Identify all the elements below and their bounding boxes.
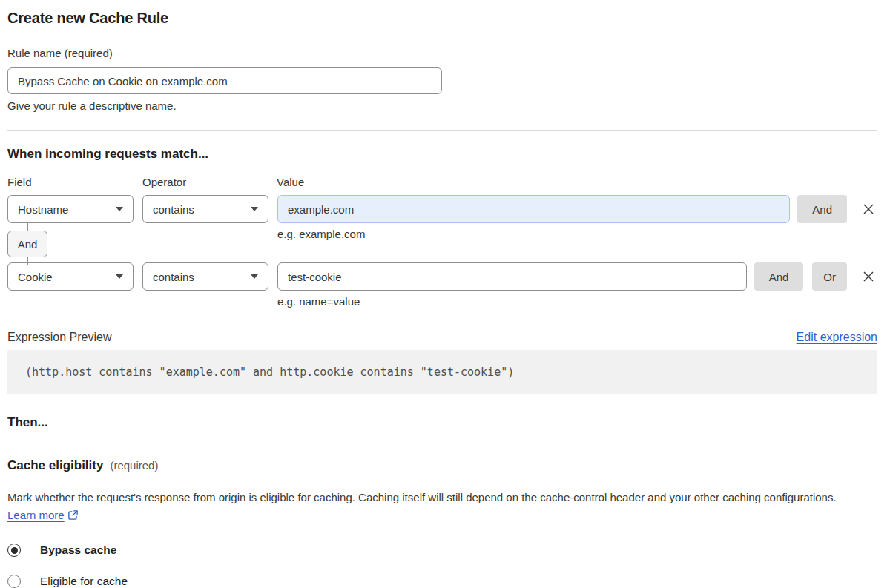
radio-label: Eligible for cache [40,575,128,588]
rule-name-section: Rule name (required) Give your rule a de… [7,46,877,112]
connector-line [27,257,28,265]
cache-eligibility-heading: Cache eligibility [7,457,103,474]
field-column-label: Field [7,176,142,188]
value-hint: e.g. example.com [277,228,877,240]
condition-row: Cookie contains And Or e.g. name=valu [7,262,877,308]
required-tag: (required) [110,459,158,472]
field-select-value: Hostname [18,203,68,216]
remove-condition-icon[interactable] [861,202,876,217]
section-divider [7,130,877,131]
radio-label: Bypass cache [40,544,116,557]
connector-and-button[interactable]: And [7,231,47,257]
expression-preview-code-block: (http.host contains "example.com" and ht… [7,350,877,394]
value-input[interactable] [277,262,747,291]
condition-rows: Hostname contains And e.g. example.com [7,195,877,308]
rule-name-label: Rule name (required) [7,46,877,61]
operator-select-value: contains [153,203,194,216]
value-column-label: Value [277,176,304,188]
radio-option-eligible-for-cache[interactable]: Eligible for cache [7,575,877,588]
expression-code: (http.host contains "example.com" and ht… [25,366,514,379]
add-and-condition-button[interactable]: And [797,195,847,223]
value-hint: e.g. name=value [277,295,877,308]
rule-name-help: Give your rule a descriptive name. [7,99,877,112]
add-or-condition-button[interactable]: Or [812,262,847,291]
field-select[interactable]: Hostname [7,195,134,223]
field-select-value: Cookie [18,271,53,283]
rule-name-input[interactable] [7,67,442,94]
radio-option-bypass-cache[interactable]: Bypass cache [7,544,877,557]
add-and-condition-button[interactable]: And [754,262,804,291]
then-heading: Then... [7,414,877,431]
field-select[interactable]: Cookie [7,262,134,291]
cache-eligibility-description: Mark whether the request's response from… [7,489,868,526]
connector-line [27,223,28,231]
radio-unselected-icon[interactable] [7,575,21,588]
page-title: Create new Cache Rule [7,9,877,27]
match-heading: When incoming requests match... [7,146,877,162]
expression-preview-header: Expression Preview Edit expression [7,331,877,344]
condition-row: Hostname contains And e.g. example.com [7,195,877,240]
value-input[interactable] [277,195,790,223]
operator-select[interactable]: contains [142,262,268,291]
operator-column-label: Operator [142,176,277,188]
create-cache-rule-page: Create new Cache Rule Rule name (require… [0,0,890,588]
operator-select-value: contains [153,271,194,283]
condition-connector: And [7,223,47,265]
condition-column-labels: Field Operator Value [7,176,877,188]
operator-select[interactable]: contains [142,195,268,223]
edit-expression-link[interactable]: Edit expression [797,331,877,344]
chevron-down-icon [116,274,123,279]
chevron-down-icon [251,207,258,211]
chevron-down-icon [251,274,258,279]
radio-selected-icon[interactable] [7,544,21,557]
cache-eligibility-heading-row: Cache eligibility (required) [7,457,877,474]
expression-preview-label: Expression Preview [7,331,112,344]
learn-more-link[interactable]: Learn more [7,509,65,521]
remove-condition-icon[interactable] [861,269,876,284]
chevron-down-icon [116,207,123,211]
external-link-icon [67,510,79,523]
description-text: Mark whether the request's response from… [7,491,837,503]
